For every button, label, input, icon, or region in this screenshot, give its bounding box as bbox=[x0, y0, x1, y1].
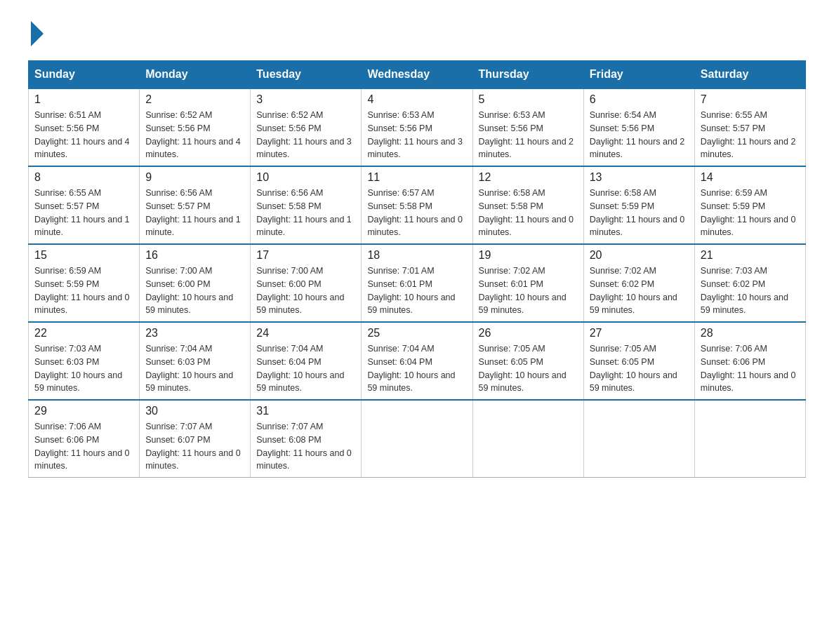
calendar-cell: 17Sunrise: 7:00 AMSunset: 6:00 PMDayligh… bbox=[251, 244, 362, 322]
day-info: Sunrise: 6:52 AMSunset: 5:56 PMDaylight:… bbox=[145, 109, 244, 161]
column-header-thursday: Thursday bbox=[472, 61, 583, 89]
day-info: Sunrise: 6:55 AMSunset: 5:57 PMDaylight:… bbox=[34, 187, 133, 239]
calendar-cell: 12Sunrise: 6:58 AMSunset: 5:58 PMDayligh… bbox=[472, 166, 583, 244]
column-header-friday: Friday bbox=[583, 61, 694, 89]
logo-triangle-icon bbox=[31, 21, 44, 46]
day-info: Sunrise: 6:52 AMSunset: 5:56 PMDaylight:… bbox=[256, 109, 355, 161]
calendar-cell: 10Sunrise: 6:56 AMSunset: 5:58 PMDayligh… bbox=[251, 166, 362, 244]
calendar-cell: 7Sunrise: 6:55 AMSunset: 5:57 PMDaylight… bbox=[694, 88, 805, 166]
day-info: Sunrise: 7:05 AMSunset: 6:05 PMDaylight:… bbox=[590, 342, 689, 395]
calendar-cell: 8Sunrise: 6:55 AMSunset: 5:57 PMDaylight… bbox=[29, 166, 140, 244]
calendar-cell: 16Sunrise: 7:00 AMSunset: 6:00 PMDayligh… bbox=[140, 244, 251, 322]
day-info: Sunrise: 6:55 AMSunset: 5:57 PMDaylight:… bbox=[701, 109, 800, 161]
day-number: 22 bbox=[34, 327, 133, 340]
day-number: 25 bbox=[367, 327, 466, 340]
calendar-cell: 13Sunrise: 6:58 AMSunset: 5:59 PMDayligh… bbox=[583, 166, 694, 244]
calendar-cell: 4Sunrise: 6:53 AMSunset: 5:56 PMDaylight… bbox=[362, 88, 472, 166]
calendar-cell: 5Sunrise: 6:53 AMSunset: 5:56 PMDaylight… bbox=[472, 88, 583, 166]
calendar-cell: 1Sunrise: 6:51 AMSunset: 5:56 PMDaylight… bbox=[29, 88, 140, 166]
calendar-cell: 30Sunrise: 7:07 AMSunset: 6:07 PMDayligh… bbox=[140, 400, 251, 478]
day-info: Sunrise: 7:02 AMSunset: 6:02 PMDaylight:… bbox=[590, 264, 689, 317]
calendar-cell bbox=[362, 400, 472, 478]
column-header-tuesday: Tuesday bbox=[251, 61, 362, 89]
day-info: Sunrise: 7:07 AMSunset: 6:08 PMDaylight:… bbox=[256, 420, 355, 473]
day-number: 26 bbox=[479, 327, 578, 340]
day-info: Sunrise: 6:53 AMSunset: 5:56 PMDaylight:… bbox=[479, 109, 578, 161]
day-number: 5 bbox=[479, 93, 578, 106]
page-header bbox=[28, 21, 806, 46]
day-info: Sunrise: 7:03 AMSunset: 6:03 PMDaylight:… bbox=[34, 342, 133, 395]
calendar-cell: 2Sunrise: 6:52 AMSunset: 5:56 PMDaylight… bbox=[140, 88, 251, 166]
day-info: Sunrise: 7:04 AMSunset: 6:04 PMDaylight:… bbox=[256, 342, 355, 395]
calendar-header-row: SundayMondayTuesdayWednesdayThursdayFrid… bbox=[29, 61, 806, 89]
day-number: 4 bbox=[367, 93, 466, 106]
day-number: 23 bbox=[145, 327, 244, 340]
day-info: Sunrise: 7:03 AMSunset: 6:02 PMDaylight:… bbox=[701, 264, 800, 317]
calendar-table: SundayMondayTuesdayWednesdayThursdayFrid… bbox=[28, 60, 806, 478]
calendar-week-row: 1Sunrise: 6:51 AMSunset: 5:56 PMDaylight… bbox=[29, 88, 806, 166]
day-number: 9 bbox=[145, 171, 244, 184]
day-info: Sunrise: 6:54 AMSunset: 5:56 PMDaylight:… bbox=[590, 109, 689, 161]
day-number: 24 bbox=[256, 327, 355, 340]
calendar-week-row: 29Sunrise: 7:06 AMSunset: 6:06 PMDayligh… bbox=[29, 400, 806, 478]
day-info: Sunrise: 6:57 AMSunset: 5:58 PMDaylight:… bbox=[367, 187, 466, 239]
calendar-cell: 9Sunrise: 6:56 AMSunset: 5:57 PMDaylight… bbox=[140, 166, 251, 244]
column-header-saturday: Saturday bbox=[694, 61, 805, 89]
day-info: Sunrise: 7:04 AMSunset: 6:03 PMDaylight:… bbox=[145, 342, 244, 395]
day-number: 18 bbox=[367, 249, 466, 262]
calendar-week-row: 22Sunrise: 7:03 AMSunset: 6:03 PMDayligh… bbox=[29, 322, 806, 400]
day-number: 19 bbox=[479, 249, 578, 262]
day-number: 11 bbox=[367, 171, 466, 184]
day-number: 27 bbox=[590, 327, 689, 340]
calendar-cell: 14Sunrise: 6:59 AMSunset: 5:59 PMDayligh… bbox=[694, 166, 805, 244]
day-number: 12 bbox=[479, 171, 578, 184]
day-info: Sunrise: 6:56 AMSunset: 5:57 PMDaylight:… bbox=[145, 187, 244, 239]
day-info: Sunrise: 6:58 AMSunset: 5:58 PMDaylight:… bbox=[479, 187, 578, 239]
day-info: Sunrise: 6:59 AMSunset: 5:59 PMDaylight:… bbox=[34, 264, 133, 317]
logo bbox=[28, 21, 45, 46]
calendar-cell: 26Sunrise: 7:05 AMSunset: 6:05 PMDayligh… bbox=[472, 322, 583, 400]
day-info: Sunrise: 7:00 AMSunset: 6:00 PMDaylight:… bbox=[256, 264, 355, 317]
day-info: Sunrise: 7:07 AMSunset: 6:07 PMDaylight:… bbox=[145, 420, 244, 473]
day-info: Sunrise: 6:53 AMSunset: 5:56 PMDaylight:… bbox=[367, 109, 466, 161]
calendar-cell: 24Sunrise: 7:04 AMSunset: 6:04 PMDayligh… bbox=[251, 322, 362, 400]
day-number: 17 bbox=[256, 249, 355, 262]
day-number: 20 bbox=[590, 249, 689, 262]
day-number: 31 bbox=[256, 405, 355, 417]
calendar-cell: 31Sunrise: 7:07 AMSunset: 6:08 PMDayligh… bbox=[251, 400, 362, 478]
day-info: Sunrise: 6:58 AMSunset: 5:59 PMDaylight:… bbox=[590, 187, 689, 239]
day-number: 16 bbox=[145, 249, 244, 262]
column-header-monday: Monday bbox=[140, 61, 251, 89]
day-number: 1 bbox=[34, 93, 133, 106]
day-info: Sunrise: 7:06 AMSunset: 6:06 PMDaylight:… bbox=[34, 420, 133, 473]
calendar-cell: 18Sunrise: 7:01 AMSunset: 6:01 PMDayligh… bbox=[362, 244, 472, 322]
calendar-cell: 11Sunrise: 6:57 AMSunset: 5:58 PMDayligh… bbox=[362, 166, 472, 244]
calendar-cell: 22Sunrise: 7:03 AMSunset: 6:03 PMDayligh… bbox=[29, 322, 140, 400]
day-number: 7 bbox=[701, 93, 800, 106]
day-info: Sunrise: 7:02 AMSunset: 6:01 PMDaylight:… bbox=[479, 264, 578, 317]
day-number: 10 bbox=[256, 171, 355, 184]
day-info: Sunrise: 7:04 AMSunset: 6:04 PMDaylight:… bbox=[367, 342, 466, 395]
calendar-cell bbox=[583, 400, 694, 478]
calendar-week-row: 15Sunrise: 6:59 AMSunset: 5:59 PMDayligh… bbox=[29, 244, 806, 322]
calendar-cell: 27Sunrise: 7:05 AMSunset: 6:05 PMDayligh… bbox=[583, 322, 694, 400]
day-number: 29 bbox=[34, 405, 133, 417]
calendar-cell: 3Sunrise: 6:52 AMSunset: 5:56 PMDaylight… bbox=[251, 88, 362, 166]
day-info: Sunrise: 7:00 AMSunset: 6:00 PMDaylight:… bbox=[145, 264, 244, 317]
calendar-cell: 29Sunrise: 7:06 AMSunset: 6:06 PMDayligh… bbox=[29, 400, 140, 478]
day-number: 2 bbox=[145, 93, 244, 106]
day-number: 8 bbox=[34, 171, 133, 184]
calendar-cell: 28Sunrise: 7:06 AMSunset: 6:06 PMDayligh… bbox=[694, 322, 805, 400]
calendar-cell: 6Sunrise: 6:54 AMSunset: 5:56 PMDaylight… bbox=[583, 88, 694, 166]
column-header-wednesday: Wednesday bbox=[362, 61, 472, 89]
calendar-cell bbox=[472, 400, 583, 478]
day-number: 13 bbox=[590, 171, 689, 184]
calendar-week-row: 8Sunrise: 6:55 AMSunset: 5:57 PMDaylight… bbox=[29, 166, 806, 244]
day-number: 3 bbox=[256, 93, 355, 106]
calendar-cell: 23Sunrise: 7:04 AMSunset: 6:03 PMDayligh… bbox=[140, 322, 251, 400]
day-info: Sunrise: 6:51 AMSunset: 5:56 PMDaylight:… bbox=[34, 109, 133, 161]
day-number: 30 bbox=[145, 405, 244, 417]
day-info: Sunrise: 7:01 AMSunset: 6:01 PMDaylight:… bbox=[367, 264, 466, 317]
day-number: 14 bbox=[701, 171, 800, 184]
calendar-cell: 15Sunrise: 6:59 AMSunset: 5:59 PMDayligh… bbox=[29, 244, 140, 322]
